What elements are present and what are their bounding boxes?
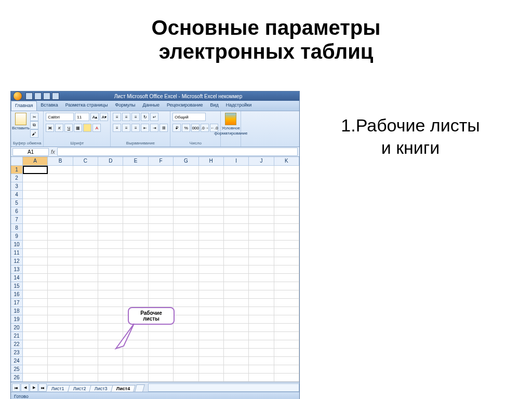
cell-K25[interactable] xyxy=(274,365,299,374)
row-header-19[interactable]: 19 xyxy=(11,315,22,324)
cell-B22[interactable] xyxy=(48,340,73,349)
cell-D24[interactable] xyxy=(98,357,123,365)
cell-B3[interactable] xyxy=(48,182,73,191)
cell-A17[interactable] xyxy=(23,299,48,307)
cell-G26[interactable] xyxy=(174,374,198,382)
cell-F1[interactable] xyxy=(149,166,174,174)
cell-D25[interactable] xyxy=(98,365,123,374)
cell-H2[interactable] xyxy=(199,174,224,182)
cell-D6[interactable] xyxy=(98,207,123,216)
row-header-15[interactable]: 15 xyxy=(11,282,22,290)
col-header-K[interactable]: K xyxy=(274,157,299,165)
cell-H5[interactable] xyxy=(199,199,224,207)
cell-F5[interactable] xyxy=(149,199,174,207)
row-header-7[interactable]: 7 xyxy=(11,216,22,224)
align-center-icon[interactable]: ≡ xyxy=(122,124,130,132)
cell-C9[interactable] xyxy=(73,232,98,241)
cell-K15[interactable] xyxy=(274,282,299,290)
cell-J21[interactable] xyxy=(249,332,274,340)
cell-K8[interactable] xyxy=(274,224,299,232)
cell-A6[interactable] xyxy=(23,207,48,216)
tab-review[interactable]: Рецензирование xyxy=(163,101,207,111)
cell-I25[interactable] xyxy=(224,365,249,374)
cell-K14[interactable] xyxy=(274,274,299,282)
cell-F3[interactable] xyxy=(149,182,174,191)
cell-A19[interactable] xyxy=(23,315,48,324)
cell-B21[interactable] xyxy=(48,332,73,340)
cell-G25[interactable] xyxy=(174,365,198,374)
cell-A25[interactable] xyxy=(23,365,48,374)
cell-D13[interactable] xyxy=(98,265,123,274)
cell-B9[interactable] xyxy=(48,232,73,241)
cell-B1[interactable] xyxy=(48,166,73,174)
align-bottom-icon[interactable]: ≡ xyxy=(131,113,140,121)
cell-E8[interactable] xyxy=(123,224,148,232)
cell-K11[interactable] xyxy=(274,249,299,257)
cell-E4[interactable] xyxy=(123,191,148,199)
sheet-tab-2[interactable]: Лист2 xyxy=(68,385,91,392)
cell-I23[interactable] xyxy=(224,349,249,357)
cell-G17[interactable] xyxy=(174,299,198,307)
cell-A7[interactable] xyxy=(23,216,48,224)
cell-H24[interactable] xyxy=(199,357,224,365)
cell-E25[interactable] xyxy=(123,365,148,374)
cut-icon[interactable]: ✂ xyxy=(30,113,38,121)
row-header-10[interactable]: 10 xyxy=(11,241,22,249)
cell-C3[interactable] xyxy=(73,182,98,191)
row-header-16[interactable]: 16 xyxy=(11,290,22,299)
cell-H21[interactable] xyxy=(199,332,224,340)
cell-K22[interactable] xyxy=(274,340,299,349)
cell-C13[interactable] xyxy=(73,265,98,274)
row-header-17[interactable]: 17 xyxy=(11,299,22,307)
cell-E26[interactable] xyxy=(123,374,148,382)
cell-J1[interactable] xyxy=(249,166,274,174)
cell-B4[interactable] xyxy=(48,191,73,199)
cell-B18[interactable] xyxy=(48,307,73,315)
fx-icon[interactable]: fx xyxy=(51,149,55,155)
number-format-combo[interactable]: Общий xyxy=(172,113,206,121)
cell-K3[interactable] xyxy=(274,182,299,191)
tab-nav-first-icon[interactable]: ⏮ xyxy=(12,383,20,392)
formula-bar[interactable] xyxy=(57,148,298,156)
cell-F9[interactable] xyxy=(149,232,174,241)
cell-D11[interactable] xyxy=(98,249,123,257)
col-header-H[interactable]: H xyxy=(199,157,224,165)
bold-button[interactable]: Ж xyxy=(46,124,54,132)
cell-H9[interactable] xyxy=(199,232,224,241)
border-icon[interactable]: ▦ xyxy=(74,124,82,132)
cell-K5[interactable] xyxy=(274,199,299,207)
cell-C5[interactable] xyxy=(73,199,98,207)
cell-J15[interactable] xyxy=(249,282,274,290)
cell-I9[interactable] xyxy=(224,232,249,241)
cell-G1[interactable] xyxy=(174,166,198,174)
cell-J26[interactable] xyxy=(249,374,274,382)
cell-K4[interactable] xyxy=(274,191,299,199)
fill-color-icon[interactable] xyxy=(83,124,91,132)
cell-B24[interactable] xyxy=(48,357,73,365)
align-right-icon[interactable]: ≡ xyxy=(131,124,140,132)
decrease-indent-icon[interactable]: ⇤ xyxy=(141,124,149,132)
row-header-23[interactable]: 23 xyxy=(11,349,22,357)
cell-H1[interactable] xyxy=(199,166,224,174)
tab-nav-last-icon[interactable]: ⏭ xyxy=(38,383,47,392)
cell-G5[interactable] xyxy=(174,199,198,207)
cell-E10[interactable] xyxy=(123,241,148,249)
cell-H4[interactable] xyxy=(199,191,224,199)
cell-I22[interactable] xyxy=(224,340,249,349)
cell-F4[interactable] xyxy=(149,191,174,199)
cell-G8[interactable] xyxy=(174,224,198,232)
cell-H22[interactable] xyxy=(199,340,224,349)
sheet-tab-1[interactable]: Лист1 xyxy=(46,385,70,392)
sheet-tab-4[interactable]: Лист4 xyxy=(111,385,136,392)
cell-I24[interactable] xyxy=(224,357,249,365)
increase-decimal-icon[interactable]: .0→ xyxy=(201,124,209,132)
cell-G15[interactable] xyxy=(174,282,198,290)
cell-B17[interactable] xyxy=(48,299,73,307)
tab-insert[interactable]: Вставка xyxy=(37,101,61,111)
cell-G23[interactable] xyxy=(174,349,198,357)
col-header-A[interactable]: A xyxy=(23,157,48,165)
col-header-I[interactable]: I xyxy=(224,157,249,165)
cell-K10[interactable] xyxy=(274,241,299,249)
cell-D5[interactable] xyxy=(98,199,123,207)
cell-E17[interactable] xyxy=(123,299,148,307)
